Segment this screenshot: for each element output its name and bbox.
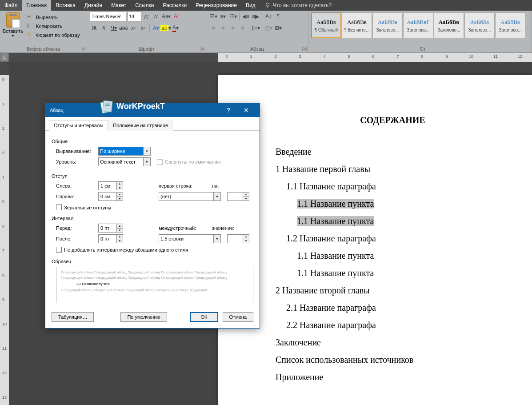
style-item[interactable]: АаБбВвЗаголово...	[464, 12, 495, 38]
menu-tab-home[interactable]: Главная	[22, 0, 52, 11]
highlight-button[interactable]: ab▾	[161, 23, 170, 33]
italic-button[interactable]: К	[100, 23, 108, 33]
doc-line[interactable]: 2.2 Название параграфа	[286, 317, 510, 334]
format-painter-button[interactable]: ✎ Формат по образцу	[26, 31, 81, 39]
menu-tab-review[interactable]: Рецензирование	[191, 0, 241, 11]
align-left-button[interactable]: ≡	[209, 23, 218, 33]
change-case-button[interactable]: Aa▾	[162, 12, 171, 21]
spin-down-icon[interactable]: ▼	[116, 229, 123, 233]
style-item[interactable]: АаБбВв¶ Без инте...	[342, 12, 372, 38]
bold-button[interactable]: Ж	[90, 23, 99, 33]
line-spacing-button[interactable]: ‡≡▾	[251, 23, 260, 33]
tab-position[interactable]: Положение на странице	[108, 120, 173, 131]
strike-button[interactable]: abc	[119, 23, 128, 33]
shading-button[interactable]: ◫▾	[264, 23, 273, 33]
line-spacing-combo[interactable]: 1,5 строки ▼	[159, 234, 221, 243]
shrink-font-button[interactable]: A˅	[152, 12, 161, 21]
doc-line[interactable]: 1.1 Название пункта	[297, 195, 510, 213]
doc-line[interactable]: Введение	[276, 143, 510, 160]
spin-down-icon[interactable]: ▼	[243, 239, 249, 243]
indent-left-spin[interactable]: 1 см ▲▼	[98, 181, 123, 190]
tabs-button[interactable]: Табуляция…	[52, 312, 94, 322]
underline-button[interactable]: Ч▾	[109, 23, 118, 33]
menu-tab-references[interactable]: Ссылки	[131, 0, 158, 11]
justify-button[interactable]: ≡	[238, 23, 247, 33]
multilevel-button[interactable]: ☷▾	[228, 12, 237, 21]
increase-indent-button[interactable]: ≡▶	[251, 12, 260, 21]
sort-button[interactable]: A↓	[264, 12, 273, 21]
no-space-checkbox[interactable]	[56, 247, 62, 253]
show-marks-button[interactable]: ¶	[274, 12, 283, 21]
bullets-button[interactable]: ☰▾	[209, 12, 218, 21]
clipboard-expand-icon[interactable]: ⇲	[81, 47, 85, 51]
borders-button[interactable]: ⊞▾	[274, 23, 283, 33]
menu-tab-design[interactable]: Дизайн	[80, 0, 107, 11]
spin-up-icon[interactable]: ▲	[243, 235, 249, 239]
dialog-help-button[interactable]: ?	[220, 107, 237, 114]
menu-tab-view[interactable]: Вид	[241, 0, 260, 11]
style-item[interactable]: АаБбВвЗаголово...	[434, 12, 464, 38]
align-right-button[interactable]: ≡	[228, 23, 237, 33]
style-item[interactable]: АаБбВвЗаголово...	[495, 12, 525, 38]
spin-down-icon[interactable]: ▼	[116, 186, 123, 190]
paragraph-expand-icon[interactable]: ⇲	[302, 47, 307, 51]
spacing-after-spin[interactable]: 0 пт ▲▼	[98, 234, 123, 243]
doc-line[interactable]: 2 Название второй главы	[276, 282, 510, 299]
numbering-button[interactable]: ≡▾	[219, 12, 228, 21]
cut-button[interactable]: ✂ Вырезать	[26, 13, 81, 21]
subscript-button[interactable]: x2	[129, 23, 138, 33]
doc-line[interactable]: Заключение	[276, 334, 510, 351]
font-color-button[interactable]: A▾	[171, 23, 180, 33]
horizontal-ruler[interactable]: 0123456789101112	[9, 53, 532, 62]
cancel-button[interactable]: Отмена	[223, 312, 253, 322]
doc-line[interactable]: 1 Название первой главы	[276, 160, 510, 178]
doc-line[interactable]: 1.1 Название пункта	[297, 213, 510, 230]
clear-format-button[interactable]: A⁄	[172, 12, 180, 21]
style-item[interactable]: АаБбВвГЗаголово...	[403, 12, 433, 38]
outline-combo[interactable]: Основной текст ▼	[98, 157, 151, 166]
doc-line[interactable]: 1.2 Название параграфа	[286, 230, 510, 247]
menu-tab-mailings[interactable]: Рассылки	[158, 0, 191, 11]
menu-tab-insert[interactable]: Вставка	[51, 0, 80, 11]
spin-down-icon[interactable]: ▼	[243, 197, 249, 201]
font-family-select[interactable]	[90, 12, 126, 21]
spin-up-icon[interactable]: ▲	[116, 192, 123, 197]
spin-down-icon[interactable]: ▼	[116, 239, 123, 243]
font-expand-icon[interactable]: ⇲	[200, 47, 204, 51]
alignment-combo[interactable]: По ширине ▼	[98, 147, 151, 156]
ruler-corner[interactable]: L	[0, 53, 9, 62]
menu-file[interactable]: Файл	[0, 0, 22, 11]
mirror-checkbox[interactable]	[56, 205, 62, 210]
dialog-titlebar[interactable]: Абзац WorKProekT ? ✕	[45, 104, 260, 117]
style-item[interactable]: АаБбВвЗаголово...	[372, 12, 403, 38]
spin-up-icon[interactable]: ▲	[116, 235, 123, 239]
superscript-button[interactable]: x2	[139, 23, 148, 33]
doc-line[interactable]: 1.1 Название параграфа	[286, 178, 510, 195]
paste-button[interactable]: Вставить ▾	[3, 12, 23, 39]
menu-tab-layout[interactable]: Макет	[107, 0, 131, 11]
spin-up-icon[interactable]: ▲	[116, 182, 123, 186]
document-page[interactable]: СОДЕРЖАНИЕ Введение1 Название первой гла…	[218, 75, 532, 405]
doc-line[interactable]: 2.1 Название параграфа	[286, 299, 510, 317]
spacing-before-spin[interactable]: 0 пт ▲▼	[98, 224, 123, 233]
copy-button[interactable]: ⎘ Копировать	[26, 22, 81, 30]
spin-up-icon[interactable]: ▲	[116, 224, 123, 229]
decrease-indent-button[interactable]: ◀≡	[241, 12, 250, 21]
spin-down-icon[interactable]: ▼	[116, 197, 123, 201]
spacing-at-spin[interactable]: ▲▼	[227, 234, 249, 243]
vertical-ruler[interactable]: 01234567891011121314	[0, 62, 9, 405]
ok-button[interactable]: ОК	[190, 312, 218, 322]
tab-indents[interactable]: Отступы и интервалы	[49, 120, 108, 131]
text-effects-button[interactable]: A▾	[152, 23, 160, 33]
grow-font-button[interactable]: A˄	[142, 12, 151, 21]
doc-line[interactable]: 1.1 Название пункта	[297, 247, 510, 265]
dialog-close-button[interactable]: ✕	[237, 107, 255, 114]
indent-right-spin[interactable]: 0 см ▲▼	[98, 192, 123, 201]
doc-line[interactable]: Приложение	[276, 369, 510, 386]
indent-by-spin[interactable]: ▲▼	[227, 192, 249, 201]
align-center-button[interactable]: ≡	[219, 23, 228, 33]
spin-up-icon[interactable]: ▲	[243, 192, 249, 197]
first-line-combo[interactable]: (нет) ▼	[159, 192, 221, 201]
doc-line[interactable]: 1.1 Название пункта	[297, 265, 510, 282]
tell-me[interactable]: Что вы хотите сделать?	[264, 0, 332, 11]
